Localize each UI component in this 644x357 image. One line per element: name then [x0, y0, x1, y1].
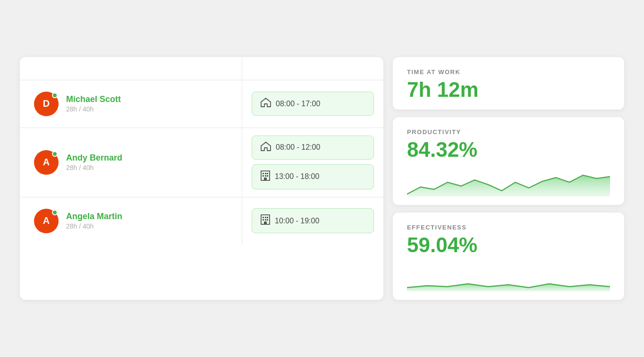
employee-info: AAndy Bernard28h / 40h — [20, 128, 242, 197]
shift-time: 08:00 - 12:00 — [276, 143, 320, 152]
shift-badge[interactable]: 08:00 - 12:00 — [252, 136, 374, 160]
avatar: D — [34, 92, 59, 116]
table-header — [20, 57, 383, 80]
chart-svg — [407, 263, 610, 291]
day-column-header — [242, 57, 383, 80]
employee-details: Andy Bernard28h / 40h — [66, 153, 122, 171]
stat-card-effectiveness: EFFECTIVENESS59.04% — [393, 212, 624, 300]
shift-badge[interactable]: 08:00 - 17:00 — [252, 92, 374, 116]
online-dot — [52, 210, 58, 215]
shifts-column: 10:00 - 19:00 — [242, 197, 383, 245]
stat-card-productivity: PRODUCTIVITY84.32% — [393, 117, 624, 204]
svg-rect-2 — [265, 173, 266, 174]
chart-svg — [407, 168, 610, 196]
employee-hours: 28h / 40h — [66, 222, 122, 230]
employee-info: AAngela Martin28h / 40h — [20, 197, 242, 245]
stat-value: 59.04% — [407, 234, 610, 256]
shifts-column: 08:00 - 17:00 — [242, 80, 383, 128]
home-icon — [261, 98, 271, 110]
stat-value: 7h 12m — [407, 78, 610, 101]
svg-rect-5 — [265, 175, 266, 177]
employee-hours: 28h / 40h — [66, 105, 121, 113]
employee-details: Michael Scott28h / 40h — [66, 94, 121, 113]
office-icon — [261, 170, 270, 183]
avatar: A — [34, 209, 59, 233]
employee-row[interactable]: AAngela Martin28h / 40h 10:00 - 19:00 — [20, 197, 383, 245]
stat-label: PRODUCTIVITY — [407, 128, 610, 136]
svg-rect-6 — [267, 175, 268, 177]
shift-time: 10:00 - 19:00 — [275, 217, 319, 225]
online-dot — [52, 151, 58, 157]
employees-column-header — [20, 57, 242, 80]
svg-marker-16 — [407, 175, 610, 196]
stat-cards-container: TIME AT WORK7h 12mPRODUCTIVITY84.32% EFF… — [393, 57, 624, 300]
employee-row[interactable]: DMichael Scott28h / 40h 08:00 - 17:00 — [20, 80, 383, 128]
employee-name: Angela Martin — [66, 212, 122, 221]
svg-rect-7 — [264, 178, 267, 180]
employee-hours: 28h / 40h — [66, 164, 122, 171]
employee-info: DMichael Scott28h / 40h — [20, 80, 242, 128]
employees-panel: DMichael Scott28h / 40h 08:00 - 17:00AAn… — [20, 57, 383, 300]
online-dot — [52, 93, 58, 98]
stat-value: 84.32% — [407, 138, 610, 161]
svg-rect-11 — [267, 217, 268, 218]
avatar: A — [34, 150, 59, 175]
shift-badge[interactable]: 10:00 - 19:00 — [252, 208, 374, 233]
svg-rect-13 — [265, 219, 266, 221]
employee-name: Michael Scott — [66, 94, 121, 104]
stat-card-time-at-work: TIME AT WORK7h 12m — [393, 57, 624, 110]
shift-time: 08:00 - 17:00 — [276, 100, 320, 108]
svg-rect-3 — [267, 173, 268, 174]
home-icon — [261, 142, 271, 153]
employee-details: Angela Martin28h / 40h — [66, 212, 122, 230]
shift-time: 13:00 - 18:00 — [275, 172, 319, 181]
employee-name: Andy Bernard — [66, 153, 122, 163]
employee-row[interactable]: AAndy Bernard28h / 40h 08:00 - 12:00 13:… — [20, 128, 383, 197]
svg-rect-1 — [263, 173, 264, 174]
svg-rect-12 — [263, 219, 264, 221]
stats-panel: TIME AT WORK7h 12mPRODUCTIVITY84.32% EFF… — [393, 57, 624, 300]
shifts-column: 08:00 - 12:00 13:00 - 18:00 — [242, 128, 383, 197]
svg-rect-4 — [263, 175, 264, 177]
stat-label: TIME AT WORK — [407, 68, 610, 76]
svg-rect-9 — [263, 217, 264, 218]
employees-list: DMichael Scott28h / 40h 08:00 - 17:00AAn… — [20, 80, 383, 245]
main-container: DMichael Scott28h / 40h 08:00 - 17:00AAn… — [20, 57, 624, 300]
shift-badge[interactable]: 13:00 - 18:00 — [252, 164, 374, 189]
chart-area — [407, 263, 610, 291]
svg-rect-14 — [267, 219, 268, 221]
svg-rect-10 — [265, 217, 266, 218]
stat-label: EFFECTIVENESS — [407, 224, 610, 231]
office-icon — [261, 214, 270, 227]
svg-rect-15 — [264, 221, 267, 224]
chart-area — [407, 168, 610, 196]
